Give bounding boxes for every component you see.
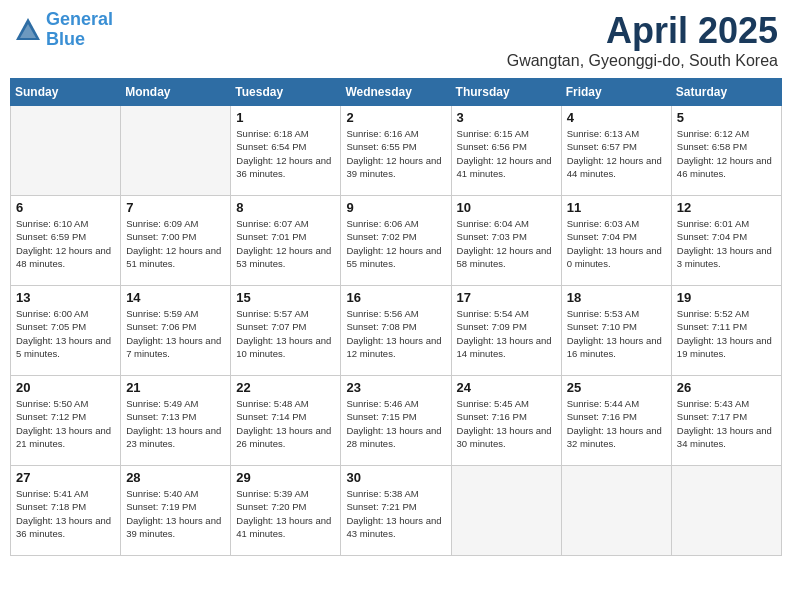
day-info: Sunrise: 5:43 AMSunset: 7:17 PMDaylight:… [677, 397, 776, 450]
day-number: 1 [236, 110, 335, 125]
month-title: April 2025 [507, 10, 778, 52]
day-info: Sunrise: 5:50 AMSunset: 7:12 PMDaylight:… [16, 397, 115, 450]
calendar-cell: 9Sunrise: 6:06 AMSunset: 7:02 PMDaylight… [341, 196, 451, 286]
day-number: 7 [126, 200, 225, 215]
day-info: Sunrise: 6:01 AMSunset: 7:04 PMDaylight:… [677, 217, 776, 270]
day-number: 20 [16, 380, 115, 395]
calendar-cell: 12Sunrise: 6:01 AMSunset: 7:04 PMDayligh… [671, 196, 781, 286]
day-number: 13 [16, 290, 115, 305]
day-number: 19 [677, 290, 776, 305]
calendar-cell [121, 106, 231, 196]
calendar-cell: 6Sunrise: 6:10 AMSunset: 6:59 PMDaylight… [11, 196, 121, 286]
day-number: 17 [457, 290, 556, 305]
day-info: Sunrise: 6:09 AMSunset: 7:00 PMDaylight:… [126, 217, 225, 270]
day-number: 3 [457, 110, 556, 125]
calendar-cell: 18Sunrise: 5:53 AMSunset: 7:10 PMDayligh… [561, 286, 671, 376]
calendar-cell: 30Sunrise: 5:38 AMSunset: 7:21 PMDayligh… [341, 466, 451, 556]
calendar-cell: 25Sunrise: 5:44 AMSunset: 7:16 PMDayligh… [561, 376, 671, 466]
day-number: 23 [346, 380, 445, 395]
calendar-cell: 23Sunrise: 5:46 AMSunset: 7:15 PMDayligh… [341, 376, 451, 466]
day-number: 26 [677, 380, 776, 395]
calendar-week-row: 6Sunrise: 6:10 AMSunset: 6:59 PMDaylight… [11, 196, 782, 286]
day-info: Sunrise: 5:46 AMSunset: 7:15 PMDaylight:… [346, 397, 445, 450]
day-number: 27 [16, 470, 115, 485]
day-info: Sunrise: 6:16 AMSunset: 6:55 PMDaylight:… [346, 127, 445, 180]
day-info: Sunrise: 5:53 AMSunset: 7:10 PMDaylight:… [567, 307, 666, 360]
calendar-cell: 21Sunrise: 5:49 AMSunset: 7:13 PMDayligh… [121, 376, 231, 466]
day-number: 30 [346, 470, 445, 485]
calendar-cell: 24Sunrise: 5:45 AMSunset: 7:16 PMDayligh… [451, 376, 561, 466]
calendar-week-row: 27Sunrise: 5:41 AMSunset: 7:18 PMDayligh… [11, 466, 782, 556]
day-info: Sunrise: 5:40 AMSunset: 7:19 PMDaylight:… [126, 487, 225, 540]
calendar-cell [671, 466, 781, 556]
logo-text: General Blue [46, 10, 113, 50]
calendar-cell: 11Sunrise: 6:03 AMSunset: 7:04 PMDayligh… [561, 196, 671, 286]
day-info: Sunrise: 5:44 AMSunset: 7:16 PMDaylight:… [567, 397, 666, 450]
calendar-cell: 27Sunrise: 5:41 AMSunset: 7:18 PMDayligh… [11, 466, 121, 556]
page-header: General Blue April 2025 Gwangtan, Gyeong… [10, 10, 782, 70]
weekday-header-thursday: Thursday [451, 79, 561, 106]
day-number: 12 [677, 200, 776, 215]
calendar-cell: 7Sunrise: 6:09 AMSunset: 7:00 PMDaylight… [121, 196, 231, 286]
calendar-cell: 19Sunrise: 5:52 AMSunset: 7:11 PMDayligh… [671, 286, 781, 376]
weekday-header-wednesday: Wednesday [341, 79, 451, 106]
weekday-header-friday: Friday [561, 79, 671, 106]
day-info: Sunrise: 5:59 AMSunset: 7:06 PMDaylight:… [126, 307, 225, 360]
calendar-cell: 15Sunrise: 5:57 AMSunset: 7:07 PMDayligh… [231, 286, 341, 376]
day-info: Sunrise: 5:39 AMSunset: 7:20 PMDaylight:… [236, 487, 335, 540]
day-number: 4 [567, 110, 666, 125]
calendar-cell: 1Sunrise: 6:18 AMSunset: 6:54 PMDaylight… [231, 106, 341, 196]
day-number: 5 [677, 110, 776, 125]
day-info: Sunrise: 6:12 AMSunset: 6:58 PMDaylight:… [677, 127, 776, 180]
day-number: 21 [126, 380, 225, 395]
calendar-cell: 10Sunrise: 6:04 AMSunset: 7:03 PMDayligh… [451, 196, 561, 286]
calendar-cell: 4Sunrise: 6:13 AMSunset: 6:57 PMDaylight… [561, 106, 671, 196]
day-info: Sunrise: 6:10 AMSunset: 6:59 PMDaylight:… [16, 217, 115, 270]
day-info: Sunrise: 6:03 AMSunset: 7:04 PMDaylight:… [567, 217, 666, 270]
day-info: Sunrise: 5:52 AMSunset: 7:11 PMDaylight:… [677, 307, 776, 360]
day-info: Sunrise: 6:00 AMSunset: 7:05 PMDaylight:… [16, 307, 115, 360]
day-info: Sunrise: 5:54 AMSunset: 7:09 PMDaylight:… [457, 307, 556, 360]
day-number: 22 [236, 380, 335, 395]
day-number: 10 [457, 200, 556, 215]
calendar-week-row: 1Sunrise: 6:18 AMSunset: 6:54 PMDaylight… [11, 106, 782, 196]
calendar-cell: 16Sunrise: 5:56 AMSunset: 7:08 PMDayligh… [341, 286, 451, 376]
day-number: 28 [126, 470, 225, 485]
day-number: 18 [567, 290, 666, 305]
calendar-cell: 22Sunrise: 5:48 AMSunset: 7:14 PMDayligh… [231, 376, 341, 466]
day-number: 24 [457, 380, 556, 395]
calendar-week-row: 13Sunrise: 6:00 AMSunset: 7:05 PMDayligh… [11, 286, 782, 376]
day-info: Sunrise: 6:15 AMSunset: 6:56 PMDaylight:… [457, 127, 556, 180]
day-info: Sunrise: 6:13 AMSunset: 6:57 PMDaylight:… [567, 127, 666, 180]
location: Gwangtan, Gyeonggi-do, South Korea [507, 52, 778, 70]
calendar-cell [11, 106, 121, 196]
weekday-header-tuesday: Tuesday [231, 79, 341, 106]
day-info: Sunrise: 5:41 AMSunset: 7:18 PMDaylight:… [16, 487, 115, 540]
calendar-cell [451, 466, 561, 556]
weekday-header-saturday: Saturday [671, 79, 781, 106]
day-info: Sunrise: 5:57 AMSunset: 7:07 PMDaylight:… [236, 307, 335, 360]
calendar-header-row: SundayMondayTuesdayWednesdayThursdayFrid… [11, 79, 782, 106]
day-info: Sunrise: 6:04 AMSunset: 7:03 PMDaylight:… [457, 217, 556, 270]
logo-icon [14, 16, 42, 44]
day-number: 6 [16, 200, 115, 215]
calendar-table: SundayMondayTuesdayWednesdayThursdayFrid… [10, 78, 782, 556]
calendar-cell: 17Sunrise: 5:54 AMSunset: 7:09 PMDayligh… [451, 286, 561, 376]
logo: General Blue [14, 10, 113, 50]
calendar-cell: 2Sunrise: 6:16 AMSunset: 6:55 PMDaylight… [341, 106, 451, 196]
calendar-cell: 5Sunrise: 6:12 AMSunset: 6:58 PMDaylight… [671, 106, 781, 196]
day-info: Sunrise: 5:38 AMSunset: 7:21 PMDaylight:… [346, 487, 445, 540]
calendar-cell: 8Sunrise: 6:07 AMSunset: 7:01 PMDaylight… [231, 196, 341, 286]
calendar-week-row: 20Sunrise: 5:50 AMSunset: 7:12 PMDayligh… [11, 376, 782, 466]
day-number: 11 [567, 200, 666, 215]
day-number: 29 [236, 470, 335, 485]
calendar-cell: 14Sunrise: 5:59 AMSunset: 7:06 PMDayligh… [121, 286, 231, 376]
day-info: Sunrise: 6:18 AMSunset: 6:54 PMDaylight:… [236, 127, 335, 180]
calendar-cell: 20Sunrise: 5:50 AMSunset: 7:12 PMDayligh… [11, 376, 121, 466]
day-number: 9 [346, 200, 445, 215]
title-block: April 2025 Gwangtan, Gyeonggi-do, South … [507, 10, 778, 70]
day-number: 14 [126, 290, 225, 305]
calendar-cell: 3Sunrise: 6:15 AMSunset: 6:56 PMDaylight… [451, 106, 561, 196]
day-number: 2 [346, 110, 445, 125]
weekday-header-sunday: Sunday [11, 79, 121, 106]
